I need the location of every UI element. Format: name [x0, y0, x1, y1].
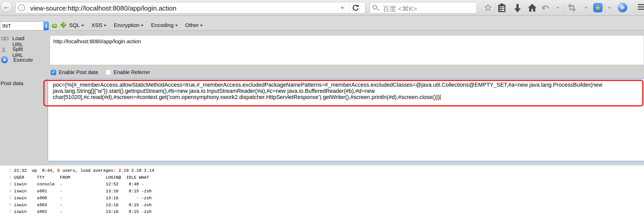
browser-window: ← i view-source:http://localhost:8080/ap… [0, 0, 644, 216]
hackbar-preset-select[interactable]: INT [0, 22, 49, 30]
checkmark-icon: ✓ [52, 70, 55, 75]
enable-referrer-checkbox[interactable] [106, 70, 111, 75]
hackbar-toolbar: INT SQL XSS Encryption [0, 16, 644, 30]
browser-toolbar: ← i view-source:http://localhost:8080/ap… [0, 0, 644, 16]
preset-value[interactable]: INT [0, 22, 44, 30]
chevron-down-icon [175, 25, 178, 26]
url-textarea[interactable]: http://localhost:8080/app/login.action [50, 35, 644, 65]
source-line: 1 21:32 up 8:44, 5 users, load averages:… [0, 167, 154, 174]
line-number: 6 [0, 202, 11, 209]
chevron-down-icon [141, 25, 143, 26]
menu-xss[interactable]: XSS [91, 22, 106, 28]
extension-dropdown-icon[interactable] [608, 7, 611, 9]
source-line: 3 iswin console - 12:52 8:40 - [0, 181, 154, 188]
line-number: 1 [0, 167, 11, 174]
line-number: 2 [0, 174, 11, 181]
options-row: ✓ Enable Post data Enable Referrer [51, 69, 150, 75]
stepper-down-icon [45, 26, 47, 28]
source-line: 6 iswin s003 - 13:16 8:15 -zsh [0, 202, 154, 209]
hackbar-panel: Load URL ✂ Split URL Execute Post data h… [0, 31, 644, 165]
back-arrow-icon: ← [3, 3, 10, 11]
menu-encryption[interactable]: Encryption [114, 22, 143, 28]
menu-encoding[interactable]: Encoding [151, 22, 178, 28]
line-number: 7 [0, 209, 11, 215]
source-line: 7 iswin s002 - 13:16 8:15 -zsh [0, 209, 154, 215]
line-number: 3 [0, 181, 11, 188]
back-button[interactable]: ← [1, 1, 12, 12]
bookmark-star-icon[interactable]: ☆ [484, 2, 492, 13]
chevron-down-icon [104, 25, 106, 26]
scissors-icon: ✂ [0, 47, 8, 53]
post-data-label: Post data [1, 80, 23, 86]
play-icon [1, 56, 8, 63]
undo-dropdown-icon[interactable] [556, 7, 559, 9]
enable-post-data-checkbox[interactable]: ✓ [51, 70, 56, 75]
toolbar-divider [495, 4, 495, 12]
search-icon [372, 5, 377, 10]
toolbar-divider [564, 4, 564, 12]
source-line: 5 iswin s000 - 13:16 - -zsh [0, 195, 154, 202]
urlbar-divider [27, 3, 27, 12]
line-number: 4 [0, 188, 11, 195]
bookmarks-list-icon[interactable] [497, 3, 506, 13]
line-number: 5 [0, 195, 11, 202]
search-placeholder[interactable]: 百度 <⌘K> [383, 4, 417, 13]
menu-icon[interactable] [638, 4, 644, 11]
remove-preset-icon[interactable] [52, 24, 57, 28]
link-icon [1, 36, 9, 41]
crop-dropdown-icon[interactable] [584, 7, 588, 9]
preset-stepper[interactable] [44, 22, 49, 30]
hackbar-menubar: SQL XSS Encryption Encoding Other [69, 22, 210, 28]
url-dropdown-icon[interactable] [341, 7, 344, 9]
stepper-up-icon [45, 24, 47, 26]
urlbar-reload-divider [349, 4, 350, 12]
extension-zstar-icon[interactable]: ★ z [593, 3, 603, 12]
post-data-content[interactable]: poc={%{#_memberAccess.allowStaticMethodA… [53, 82, 642, 100]
menu-other[interactable]: Other [185, 22, 203, 28]
video-helper-icon[interactable] [618, 3, 627, 12]
home-icon[interactable] [528, 3, 537, 13]
chevron-down-icon [200, 25, 203, 26]
toolbar-divider [605, 4, 605, 12]
text-caret [440, 95, 440, 100]
undo-icon[interactable] [541, 4, 550, 12]
reload-icon[interactable] [351, 4, 360, 12]
view-source-output: 1 21:32 up 8:44, 5 users, load averages:… [0, 165, 644, 216]
chevron-down-icon [81, 25, 84, 26]
url-text[interactable]: view-source:http://localhost:8080/app/lo… [30, 4, 176, 12]
url-textarea-value: http://localhost:8080/app/login.action [53, 38, 141, 44]
source-line: 2 USER TTY FROM LOGIN@ IDLE WHAT [0, 174, 154, 181]
crop-tool-icon[interactable] [567, 3, 576, 12]
page-info-icon[interactable]: i [18, 4, 25, 11]
menu-sql[interactable]: SQL [69, 22, 84, 28]
downloads-icon[interactable] [513, 3, 522, 13]
add-preset-icon[interactable] [61, 22, 66, 28]
source-line: 4 iswin s001 - 13:16 8:15 -zsh [0, 188, 154, 195]
